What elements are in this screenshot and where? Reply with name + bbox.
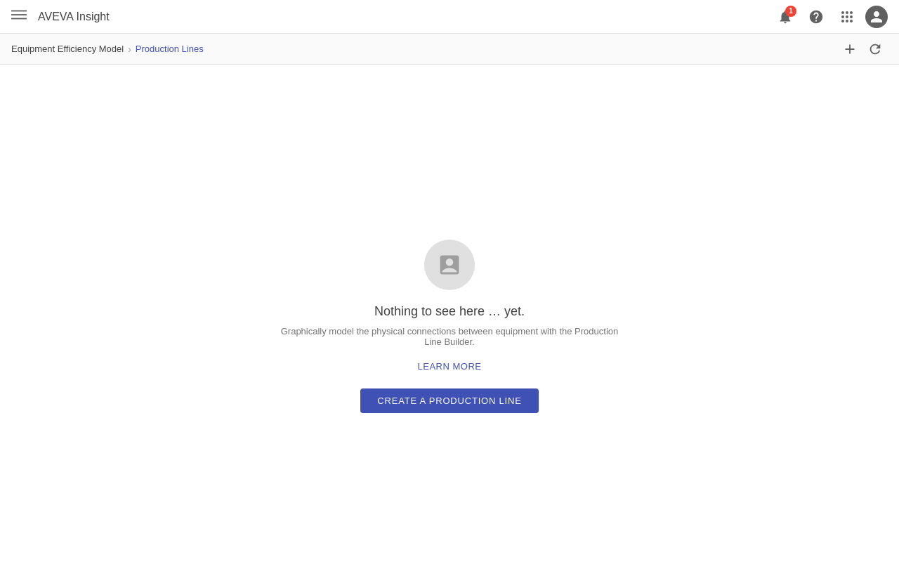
empty-title: Nothing to see here … yet. [374, 304, 525, 319]
menu-icon[interactable] [11, 7, 27, 26]
notification-badge: 1 [785, 6, 796, 17]
refresh-button[interactable] [862, 37, 888, 62]
topbar-actions: 1 [773, 4, 888, 30]
topbar: AVEVA Insight 1 [0, 0, 899, 34]
breadcrumb-separator: › [128, 44, 131, 55]
apps-button[interactable] [834, 4, 860, 30]
breadcrumb-bar: Equipment Efficiency Model › Production … [0, 34, 899, 65]
main-content: Nothing to see here … yet. Graphically m… [0, 65, 899, 588]
add-button[interactable] [837, 37, 862, 62]
grid-icon [841, 11, 853, 22]
svg-rect-2 [11, 18, 27, 20]
help-button[interactable] [803, 4, 829, 30]
empty-state-icon [424, 240, 475, 290]
app-logo: AVEVA Insight [38, 11, 773, 23]
notification-button[interactable]: 1 [773, 4, 798, 30]
svg-rect-1 [11, 14, 27, 15]
breadcrumb-parent[interactable]: Equipment Efficiency Model [11, 44, 124, 54]
breadcrumb-current: Production Lines [136, 44, 204, 54]
learn-more-link[interactable]: LEARN MORE [418, 361, 482, 372]
empty-description: Graphically model the physical connectio… [274, 326, 625, 347]
user-avatar[interactable] [865, 6, 888, 28]
create-production-line-button[interactable]: CREATE A PRODUCTION LINE [360, 388, 538, 413]
svg-rect-0 [11, 11, 27, 12]
